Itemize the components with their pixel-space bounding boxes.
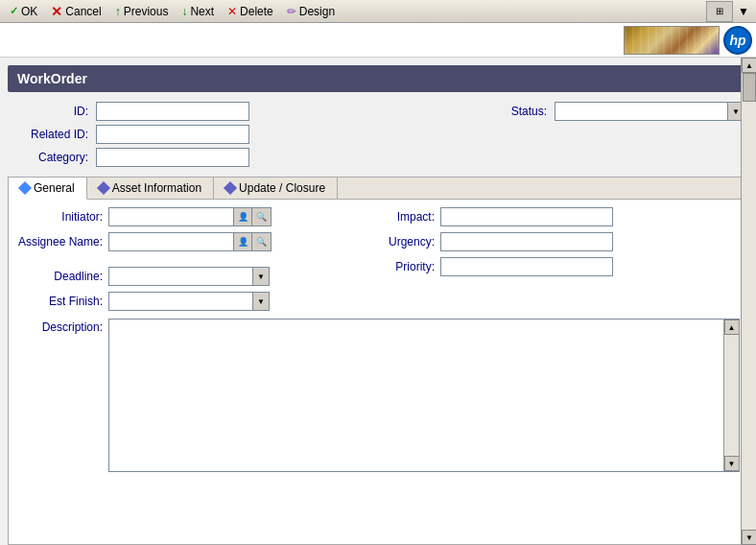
- right-fields: Status: ▼: [511, 102, 744, 121]
- priority-label: Priority:: [348, 260, 435, 273]
- cancel-icon: ✕: [51, 4, 62, 19]
- window-scroll-track: [742, 73, 756, 530]
- window-scrollbar[interactable]: ▲ ▼: [741, 58, 756, 545]
- assignee-field-group: 👤 🔍: [108, 232, 272, 251]
- search-icon: 🔍: [256, 212, 267, 222]
- priority-input[interactable]: [440, 257, 613, 276]
- person-icon: 👤: [238, 212, 248, 222]
- tab-general-diamond: [18, 181, 32, 195]
- window-scroll-up[interactable]: ▲: [742, 58, 756, 73]
- est-finish-dropdown-button[interactable]: ▼: [252, 292, 270, 311]
- status-select-wrapper: ▼: [555, 102, 744, 121]
- description-textarea[interactable]: [109, 320, 723, 471]
- initiator-input[interactable]: [108, 207, 233, 226]
- deadline-label: Deadline:: [16, 270, 103, 283]
- initiator-person-button[interactable]: 👤: [233, 207, 252, 226]
- assignee-name-row: Assignee Name: 👤 🔍: [16, 232, 272, 251]
- deadline-dropdown-button[interactable]: ▼: [252, 267, 270, 286]
- next-icon: ↓: [181, 5, 187, 18]
- est-finish-label: Est Finish:: [16, 295, 103, 308]
- id-label: ID:: [12, 105, 88, 118]
- previous-button[interactable]: ↑ Previous: [109, 3, 175, 20]
- ok-icon: ✓: [10, 5, 18, 17]
- tab-asset-diamond: [97, 181, 110, 195]
- description-scrollbar[interactable]: ▲ ▼: [723, 320, 739, 471]
- next-button[interactable]: ↓ Next: [176, 3, 220, 20]
- cancel-label: Cancel: [65, 5, 101, 18]
- category-row: Category:: [12, 148, 249, 167]
- initiator-search-button[interactable]: 🔍: [252, 207, 272, 226]
- tab-asset-label: Asset Information: [112, 181, 201, 195]
- impact-input[interactable]: [440, 207, 613, 226]
- workorder-title: WorkOrder: [8, 65, 748, 92]
- left-tab-fields: Initiator: 👤 🔍 Assignee Name:: [16, 207, 272, 311]
- assignee-input[interactable]: [108, 232, 233, 251]
- priority-row: Priority:: [348, 257, 613, 276]
- next-label: Next: [190, 5, 214, 18]
- impact-row: Impact:: [348, 207, 613, 226]
- deadline-row: Deadline: ▼: [16, 267, 272, 286]
- design-button[interactable]: ✏ Design: [281, 3, 341, 20]
- banner-image: [624, 26, 720, 55]
- tab-fields-row: Initiator: 👤 🔍 Assignee Name:: [16, 207, 740, 311]
- delete-button[interactable]: ✕ Delete: [222, 3, 279, 20]
- assignee-person-button[interactable]: 👤: [233, 232, 252, 251]
- category-label: Category:: [12, 151, 88, 164]
- tab-asset-information[interactable]: Asset Information: [87, 178, 214, 199]
- window-scroll-down[interactable]: ▼: [742, 530, 756, 545]
- status-label: Status:: [511, 105, 547, 118]
- delete-label: Delete: [240, 5, 273, 18]
- description-label: Description:: [16, 319, 103, 334]
- desc-scroll-down[interactable]: ▼: [724, 456, 740, 471]
- toolbar-menu-button[interactable]: ▼: [735, 5, 752, 18]
- desc-scroll-up[interactable]: ▲: [724, 320, 740, 335]
- id-input[interactable]: [96, 102, 249, 121]
- hp-logo: hp: [723, 26, 752, 55]
- tabs-header: General Asset Information Update / Closu…: [9, 178, 747, 200]
- est-finish-input[interactable]: [108, 292, 252, 311]
- tab-general[interactable]: General: [9, 178, 87, 200]
- search2-icon: 🔍: [256, 237, 267, 247]
- initiator-row: Initiator: 👤 🔍: [16, 207, 272, 226]
- design-label: Design: [299, 5, 335, 18]
- tab-update-closure[interactable]: Update / Closure: [214, 178, 338, 199]
- status-input[interactable]: [555, 102, 727, 121]
- deadline-wrapper: ▼: [108, 267, 270, 286]
- toolbar: ✓ OK ✕ Cancel ↑ Previous ↓ Next ✕ Delete…: [0, 0, 756, 23]
- window-scroll-thumb[interactable]: [743, 73, 756, 102]
- related-id-label: Related ID:: [12, 128, 88, 141]
- urgency-row: Urgency:: [348, 232, 613, 251]
- design-icon: ✏: [287, 5, 296, 18]
- tabs-container: General Asset Information Update / Closu…: [8, 177, 748, 545]
- initiator-field-group: 👤 🔍: [108, 207, 272, 226]
- tab-general-content: Initiator: 👤 🔍 Assignee Name:: [9, 200, 747, 544]
- category-input[interactable]: [96, 148, 249, 167]
- previous-icon: ↑: [115, 5, 121, 18]
- toolbar-corner: ⊞: [706, 1, 733, 22]
- description-section: Description: ▲ ▼: [16, 319, 740, 536]
- delete-icon: ✕: [227, 5, 237, 18]
- ok-label: OK: [21, 5, 37, 18]
- person2-icon: 👤: [238, 237, 248, 247]
- related-id-input[interactable]: [96, 125, 249, 144]
- urgency-label: Urgency:: [348, 235, 435, 249]
- id-row: ID:: [12, 102, 249, 121]
- initiator-label: Initiator:: [16, 210, 103, 224]
- desc-scroll-track: [724, 335, 739, 456]
- description-textarea-wrapper: ▲ ▼: [108, 319, 740, 472]
- left-fields: ID: Related ID: Category:: [12, 102, 249, 167]
- tab-update-diamond: [224, 181, 237, 195]
- deadline-input[interactable]: [108, 267, 252, 286]
- assignee-search-button[interactable]: 🔍: [252, 232, 272, 251]
- urgency-input[interactable]: [440, 232, 613, 251]
- banner: hp: [0, 23, 756, 58]
- cancel-button[interactable]: ✕ Cancel: [45, 2, 106, 21]
- top-form-section: ID: Related ID: Category: Status: ▼: [0, 98, 756, 171]
- tab-general-label: General: [34, 181, 75, 195]
- related-id-row: Related ID:: [12, 125, 249, 144]
- main-content: WorkOrder ID: Related ID: Category: Stat…: [0, 58, 756, 545]
- impact-label: Impact:: [348, 210, 435, 224]
- ok-button[interactable]: ✓ OK: [4, 3, 43, 20]
- assignee-label: Assignee Name:: [16, 235, 103, 249]
- est-finish-wrapper: ▼: [108, 292, 270, 311]
